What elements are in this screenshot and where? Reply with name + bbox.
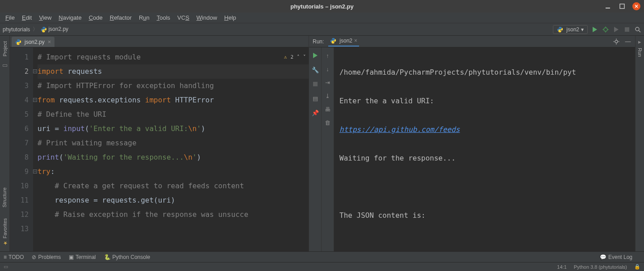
svg-rect-0	[606, 8, 610, 8]
fold-marker-icon[interactable]: –	[33, 98, 37, 102]
pin-icon[interactable]: 📌	[312, 109, 319, 116]
project-tool-button[interactable]: Project	[2, 38, 8, 59]
rerun-button[interactable]	[312, 52, 319, 59]
svg-marker-4	[593, 27, 597, 32]
breadcrumb[interactable]: phytutorials 〉 json2.py	[3, 25, 68, 33]
down-arrow-icon[interactable]: ↓	[324, 65, 331, 72]
breadcrumb-separator: 〉	[33, 25, 38, 33]
menu-bar: File Edit View Navigate Code Refactor Ru…	[0, 13, 644, 23]
speech-bubble-icon: 💬	[600, 254, 606, 260]
menu-file[interactable]: File	[3, 13, 17, 22]
run-stripe-button[interactable]: Run	[637, 48, 643, 57]
bottom-tool-stripe: ≡TODO ⊘Problems ▣Terminal 🐍Python Consol…	[0, 251, 644, 262]
minimize-button[interactable]	[604, 2, 612, 10]
project-files-icon[interactable]: ▭	[2, 62, 8, 68]
left-tool-stripe: Project ▭ Structure ★ Favorites	[0, 36, 10, 251]
expand-icon[interactable]: ▸	[638, 38, 641, 45]
stop-process-button[interactable]	[312, 80, 319, 88]
clear-icon[interactable]: 🗑	[324, 119, 331, 126]
close-run-tab-icon[interactable]: ×	[354, 38, 357, 44]
stop-button[interactable]	[623, 26, 631, 33]
layout-icon[interactable]: ▤	[312, 95, 319, 102]
menu-help[interactable]: Help	[222, 13, 239, 22]
menu-window[interactable]: Window	[194, 13, 220, 22]
console-line	[339, 180, 633, 194]
svg-marker-10	[614, 27, 619, 32]
lock-icon[interactable]: 🔒	[634, 264, 640, 270]
run-button[interactable]	[591, 26, 598, 33]
close-button[interactable]	[632, 2, 640, 10]
wrench-icon[interactable]: 🔧	[312, 66, 319, 73]
list-icon: ≡	[4, 254, 7, 260]
menu-vcs[interactable]: VCS	[175, 13, 192, 22]
terminal-icon: ▣	[69, 254, 74, 260]
scroll-to-end-icon[interactable]: ⤓	[324, 92, 331, 99]
console-output[interactable]: /home/fahmida/PycharmProjects/phytutoria…	[334, 47, 635, 251]
close-tab-icon[interactable]: ×	[48, 38, 51, 45]
up-arrow-icon[interactable]: ↑	[324, 52, 331, 59]
menu-run[interactable]: Run	[136, 13, 152, 22]
console-line: https://api.github.com/feeds	[339, 123, 633, 137]
debug-button[interactable]	[602, 26, 609, 33]
run-tool-window: Run: json2 × — 🔧 ▤	[309, 36, 635, 251]
menu-code[interactable]: Code	[86, 13, 105, 22]
structure-tool-button[interactable]: Structure	[2, 185, 7, 210]
warning-icon: ⊘	[32, 254, 36, 260]
svg-point-5	[604, 28, 607, 31]
python-icon	[330, 38, 336, 44]
fold-marker-icon[interactable]: –	[33, 169, 37, 174]
menu-tools[interactable]: Tools	[154, 13, 173, 22]
problems-tool-button[interactable]: ⊘Problems	[32, 254, 61, 260]
menu-navigate[interactable]: Navigate	[56, 13, 84, 22]
svg-rect-1	[620, 4, 624, 8]
run-tab-json2[interactable]: json2 ×	[328, 36, 359, 47]
console-line: /home/fahmida/PycharmProjects/phytutoria…	[339, 65, 633, 80]
maximize-button[interactable]	[618, 2, 626, 10]
dropdown-arrow-icon: ▾	[581, 26, 584, 33]
hide-button[interactable]: —	[624, 38, 631, 45]
menu-view[interactable]: View	[36, 13, 54, 22]
python-file-icon	[41, 26, 47, 33]
code-editor[interactable]: ⚠2 ˄˅ # Import requests module –import r…	[33, 47, 309, 251]
svg-line-13	[639, 30, 640, 32]
search-everywhere-button[interactable]	[634, 26, 641, 33]
editor-tabs: json2.py ×	[10, 36, 309, 47]
console-link[interactable]: https://api.github.com/feeds	[339, 125, 460, 134]
python-console-tool-button[interactable]: 🐍Python Console	[104, 254, 151, 260]
breadcrumb-file[interactable]: json2.py	[41, 26, 68, 33]
editor-panel: json2.py × 12345678910111213 ⚠2 ˄˅ # Imp…	[10, 36, 309, 251]
breadcrumb-project[interactable]: phytutorials	[3, 26, 30, 33]
todo-tool-button[interactable]: ≡TODO	[4, 254, 24, 260]
svg-rect-20	[313, 82, 318, 86]
run-config-selector[interactable]: json2 ▾	[553, 25, 588, 34]
menu-refactor[interactable]: Refactor	[107, 13, 134, 22]
interpreter-label[interactable]: Python 3.8 (phytutorials)	[574, 264, 627, 270]
python-icon	[557, 26, 563, 33]
favorites-tool-button[interactable]: ★ Favorites	[2, 216, 8, 249]
fold-marker-icon[interactable]: –	[33, 69, 37, 73]
menu-edit[interactable]: Edit	[19, 13, 34, 22]
window-titlebar: phytutorials – json2.py	[0, 0, 644, 13]
console-line: Enter the a valid URI:	[339, 94, 633, 108]
status-bar: ▭ 14:1 Python 3.8 (phytutorials) 🔒	[0, 262, 644, 271]
svg-marker-19	[313, 53, 318, 58]
terminal-tool-button[interactable]: ▣Terminal	[69, 254, 96, 260]
console-line: Waiting for the response...	[339, 151, 633, 165]
run-with-coverage-button[interactable]	[613, 26, 620, 33]
console-line	[339, 237, 633, 251]
event-log-button[interactable]: 💬Event Log	[600, 254, 632, 260]
window-title: phytutorials – json2.py	[290, 3, 354, 10]
python-file-icon	[15, 39, 21, 45]
soft-wrap-icon[interactable]: ⇥	[324, 79, 331, 86]
svg-point-12	[636, 27, 639, 31]
run-label: Run:	[313, 38, 324, 45]
svg-point-14	[615, 40, 618, 43]
editor-tab-json2[interactable]: json2.py ×	[12, 37, 54, 47]
run-config-name: json2	[566, 26, 579, 33]
settings-icon[interactable]	[613, 38, 620, 45]
right-tool-stripe: ▸ Run	[635, 36, 644, 251]
status-indicator-icon[interactable]: ▭	[4, 264, 8, 270]
caret-position[interactable]: 14:1	[557, 264, 566, 270]
run-toolbar-secondary: ↑ ↓ ⇥ ⤓ 🖶 🗑	[322, 47, 334, 251]
print-icon[interactable]: 🖶	[324, 106, 331, 113]
